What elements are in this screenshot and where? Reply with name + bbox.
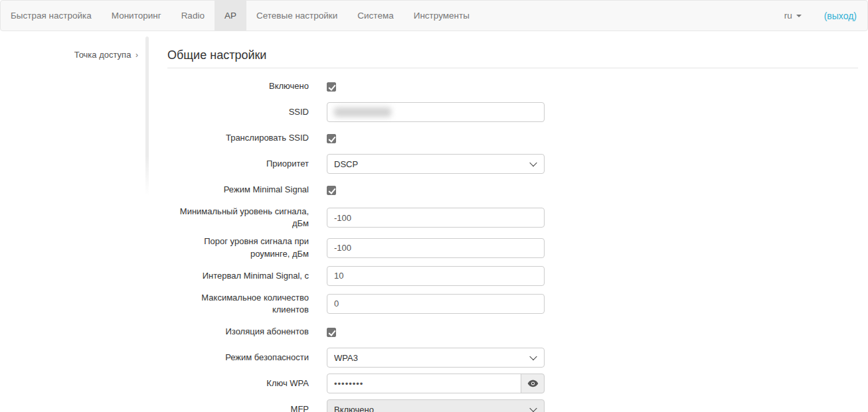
ssid-input[interactable]: [327, 102, 545, 122]
roaming-signal-threshold-input[interactable]: [327, 238, 545, 258]
nav-item-quick-setup[interactable]: Быстрая настройка: [1, 1, 102, 31]
minimal-signal-mode-checkbox[interactable]: [327, 186, 336, 195]
nav-item-monitoring[interactable]: Мониторинг: [102, 1, 171, 31]
form-row-minimal-signal-interval: Интервал Minimal Signal, с: [167, 266, 858, 286]
field-label: Режим безопасности: [167, 352, 327, 364]
top-navbar: Быстрая настройка Мониторинг Radio AP Се…: [0, 0, 868, 31]
nav-item-system[interactable]: Система: [347, 1, 403, 31]
caret-down-icon: [796, 15, 802, 17]
form-row-max-clients: Максимальное количество клиентов: [167, 292, 858, 316]
page-body: Точка доступа › Общие настройки Включено…: [0, 31, 868, 412]
field-label: Транслировать SSID: [167, 132, 327, 144]
sidebar-divider: [145, 36, 149, 196]
field-label: Минимальный уровень сигнала, дБм: [167, 206, 327, 230]
field-label: Максимальное количество клиентов: [167, 292, 327, 316]
minimal-signal-level-input[interactable]: [327, 208, 545, 228]
field-label: SSID: [167, 106, 327, 118]
mfp-select[interactable]: Включено: [327, 399, 545, 412]
field-label: Включено: [167, 80, 327, 92]
language-dropdown[interactable]: ru: [784, 11, 802, 21]
enabled-checkbox[interactable]: [327, 82, 336, 92]
logout-link[interactable]: (выход): [824, 11, 857, 21]
form-row-enabled: Включено: [167, 76, 858, 96]
form-row-roaming-threshold: Порог уровня сигнала при роуминге, дБм: [167, 236, 858, 259]
form-row-priority: Приоритет DSCP: [167, 154, 858, 174]
eye-icon: [527, 379, 539, 387]
wpa-key-input[interactable]: [327, 374, 521, 393]
ap-general-settings-form: Включено SSID Транслировать SSID: [167, 76, 858, 412]
toggle-password-visibility-button[interactable]: [521, 374, 545, 393]
sidebar-item-access-point[interactable]: Точка доступа ›: [74, 50, 138, 60]
language-label: ru: [784, 11, 792, 21]
broadcast-ssid-checkbox[interactable]: [327, 134, 336, 143]
nav-item-network-settings[interactable]: Сетевые настройки: [246, 1, 347, 31]
form-row-broadcast-ssid: Транслировать SSID: [167, 128, 858, 148]
field-label: Порог уровня сигнала при роуминге, дБм: [167, 236, 327, 259]
client-isolation-checkbox[interactable]: [327, 328, 336, 337]
nav-item-tools[interactable]: Инструменты: [404, 1, 479, 31]
field-label: MFP: [167, 403, 327, 412]
field-label: Режим Minimal Signal: [167, 184, 327, 196]
navbar-right: ru (выход): [784, 1, 867, 31]
form-row-security-mode: Режим безопасности WPA3: [167, 348, 858, 368]
nav-menu: Быстрая настройка Мониторинг Radio AP Се…: [1, 1, 479, 31]
chevron-right-icon: ›: [135, 50, 138, 60]
form-row-minimal-signal-mode: Режим Minimal Signal: [167, 180, 858, 200]
sidebar: Точка доступа ›: [0, 31, 149, 412]
field-label: Изоляция абонентов: [167, 326, 327, 338]
max-clients-input[interactable]: [327, 294, 545, 314]
form-row-mfp: MFP Включено: [167, 399, 858, 412]
form-row-ssid: SSID: [167, 102, 858, 122]
page-title: Общие настройки: [167, 48, 858, 68]
minimal-signal-interval-input[interactable]: [327, 266, 545, 286]
nav-item-radio[interactable]: Radio: [171, 1, 215, 31]
form-row-wpa-key: Ключ WPA: [167, 374, 858, 393]
field-label: Интервал Minimal Signal, с: [167, 270, 327, 282]
main-content: Общие настройки Включено SSID Транслиров…: [149, 31, 868, 412]
security-mode-select[interactable]: WPA3: [327, 348, 545, 368]
field-label: Ключ WPA: [167, 378, 327, 389]
wpa-key-group: [327, 374, 545, 393]
nav-item-ap[interactable]: AP: [215, 1, 246, 31]
priority-select[interactable]: DSCP: [327, 154, 545, 174]
field-label: Приоритет: [167, 158, 327, 170]
sidebar-item-label: Точка доступа: [74, 50, 131, 60]
form-row-client-isolation: Изоляция абонентов: [167, 322, 858, 342]
form-row-minimal-signal-level: Минимальный уровень сигнала, дБм: [167, 206, 858, 230]
